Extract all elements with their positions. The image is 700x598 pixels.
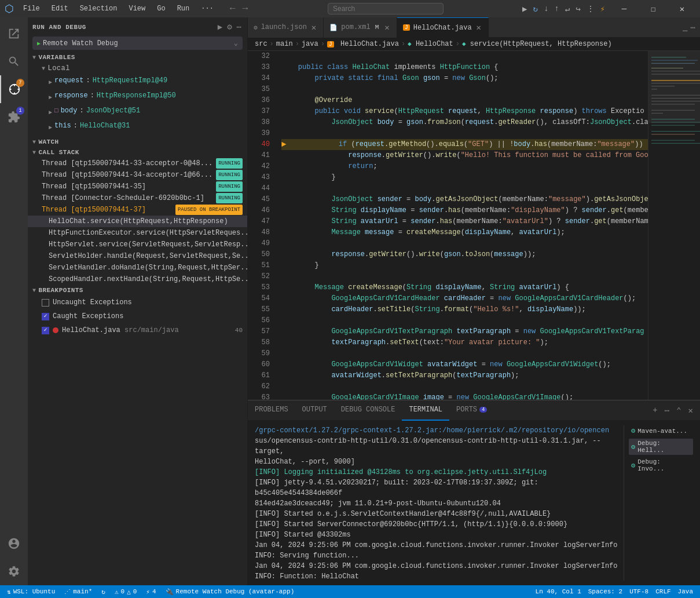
status-remote[interactable]: 🔌 Remote Watch Debug (avatar-app) (163, 588, 297, 596)
debug-hot-reload-btn[interactable]: ↪ (574, 3, 581, 15)
debug-continue-btn[interactable]: ▶ (521, 3, 528, 15)
bp-uncaught[interactable]: Uncaught Exceptions (28, 296, 247, 309)
local-header[interactable]: ▼ Local (28, 63, 247, 74)
menu-view[interactable]: View (124, 3, 150, 14)
tab-close-hellochat[interactable]: ✕ (475, 23, 482, 32)
var-this[interactable]: ► this : HelloChat@31 (28, 119, 247, 134)
stack-servlethandler[interactable]: ServletHandler.doHandle(String,Request,H… (28, 262, 247, 274)
var-body[interactable]: ► □ body : JsonObject@51 (28, 104, 247, 119)
code-scroll[interactable]: 32 33 34 35 36 37 38 39 40 41 42 43 44 4… (248, 51, 700, 400)
activity-account[interactable] (0, 530, 28, 557)
sidebar-scroll[interactable]: ▼ VARIABLES ▼ Local ► request : HttpRequ… (28, 52, 247, 585)
menu-edit[interactable]: Edit (47, 3, 73, 14)
nav-forward[interactable]: → (240, 2, 250, 15)
stack-thread-3[interactable]: Thread [qtp1500079441-35] RUNNING (28, 181, 247, 192)
stack-httpfunc[interactable]: HttpFunctionExecutor.service(HttpServlet… (28, 227, 247, 239)
stack-scopedhandler[interactable]: ScopedHandler.nextHandle(String,Request,… (28, 274, 247, 285)
status-language[interactable]: Java (676, 588, 695, 595)
debug-lightning-btn[interactable]: ⚡ (599, 3, 606, 15)
status-spaces[interactable]: Spaces: 2 (586, 588, 625, 595)
activity-debug[interactable]: 7 (0, 75, 28, 103)
status-encoding[interactable]: UTF-8 (627, 588, 651, 595)
status-eol[interactable]: CRLF (653, 588, 673, 595)
bc-main[interactable]: main (276, 40, 293, 48)
bp-uncaught-checkbox[interactable] (42, 299, 49, 307)
tab-split-btn[interactable]: ⎯ (683, 23, 687, 32)
nav-back[interactable]: ← (228, 2, 238, 15)
stack-thread-4[interactable]: Thread [Connector-Scheduler-6920b0bc-1] … (28, 192, 247, 204)
panel-more-btn[interactable]: ⋯ (662, 404, 672, 417)
stack-thread-5[interactable]: Thread [qtp1500079441-37] PAUSED ON BREA… (28, 204, 247, 216)
tab-hellochat-java[interactable]: J HelloChat.java ✕ (397, 17, 489, 38)
stack-hellochat-service[interactable]: HelloChat.service(HttpRequest,HttpRespon… (28, 216, 247, 227)
tab-close-launch[interactable]: ✕ (310, 23, 317, 32)
activity-search[interactable] (0, 48, 28, 75)
debug-step-over-btn[interactable]: ↓ (543, 3, 549, 14)
panel-tabs: PROBLEMS OUTPUT DEBUG CONSOLE TERMINAL P… (248, 400, 700, 421)
debug-settings-btn[interactable]: ⋮ (585, 3, 596, 15)
panel-maximize-btn[interactable]: ⌃ (674, 404, 683, 417)
stack-httpservlet[interactable]: HttpServlet.service(ServletRequest,Servl… (28, 239, 247, 250)
panel-tab-output[interactable]: OUTPUT (295, 400, 334, 421)
panel-tab-problems[interactable]: PROBLEMS (248, 400, 295, 421)
menu-selection[interactable]: Selection (75, 3, 122, 14)
window-maximize[interactable]: ☐ (640, 0, 666, 17)
status-debug-count[interactable]: ⚡ 4 (144, 588, 158, 596)
window-close[interactable]: ✕ (669, 0, 695, 17)
terminal-session-debug-hell[interactable]: ⚙ Debug: Hell... (629, 439, 693, 455)
debug-run-icon[interactable]: ▶ (217, 21, 223, 33)
panel-tab-debug-console[interactable]: DEBUG CONSOLE (334, 400, 402, 421)
status-errors[interactable]: ⚠ 0 △ 0 (112, 588, 139, 596)
menu-run[interactable]: Run (173, 3, 195, 14)
bp-hellochat-checkbox[interactable]: ✓ (42, 327, 49, 334)
window-minimize[interactable]: — (611, 0, 637, 17)
tab-debug-console-label: DEBUG CONSOLE (341, 406, 395, 414)
watch-header[interactable]: ▼ WATCH (28, 137, 247, 147)
status-sync[interactable]: ↻ (99, 588, 108, 596)
panel-close-btn[interactable]: ✕ (686, 404, 695, 417)
debug-step-into-btn[interactable]: ↑ (553, 3, 560, 14)
debug-settings-icon[interactable]: ⚙ (226, 21, 233, 33)
tab-pom-xml[interactable]: 📄 pom.xml M ✕ (324, 17, 397, 38)
bc-src[interactable]: src (255, 40, 267, 48)
tab-close-pom[interactable]: ✕ (383, 23, 390, 32)
bp-hellochat[interactable]: ✓ HelloChat.java src/main/java 40 (28, 323, 247, 337)
menu-go[interactable]: Go (152, 3, 170, 14)
bc-hellochat-file[interactable]: J HelloChat.java (327, 40, 399, 48)
bc-java[interactable]: java (302, 40, 318, 48)
debug-restart-btn[interactable]: ↻ (532, 3, 538, 15)
debug-more-icon[interactable]: ⋯ (236, 21, 243, 33)
activity-settings[interactable] (0, 557, 28, 585)
bp-caught[interactable]: ✓ Caught Exceptions (28, 309, 247, 323)
activity-explorer[interactable] (0, 20, 28, 48)
status-branch[interactable]: ⋰ main* (62, 588, 94, 596)
tab-more-btn[interactable]: ⋯ (691, 23, 695, 32)
callstack-header[interactable]: ▼ CALL STACK (28, 147, 247, 158)
menu-more[interactable]: ··· (196, 3, 218, 14)
tab-launch-json[interactable]: ⚙ launch.json ✕ (248, 17, 324, 38)
panel-tab-ports[interactable]: PORTS 4 (449, 400, 494, 421)
variables-header[interactable]: ▼ VARIABLES (28, 52, 247, 63)
code-editor[interactable]: public class HelloChat implements HttpFu… (277, 51, 648, 400)
menu-file[interactable]: File (19, 3, 45, 14)
breakpoints-header[interactable]: ▼ BREAKPOINTS (28, 285, 247, 296)
terminal-main[interactable]: /grpc-context/1.27.2/grpc-context-1.27.2… (255, 425, 619, 581)
panel-tab-terminal[interactable]: TERMINAL (402, 400, 449, 421)
var-response[interactable]: ► response : HttpResponseImpl@50 (28, 89, 247, 104)
debug-session-selector[interactable]: ▶ Remote Watch Debug ⌄ (32, 37, 243, 50)
search-input[interactable] (328, 3, 444, 14)
stack-thread-2[interactable]: Thread [qtp1500079441-34-acceptor-1@66..… (28, 169, 247, 181)
bc-hellochat-class[interactable]: ◆ HelloChat (408, 40, 453, 48)
stack-thread-1[interactable]: Thread [qtp1500079441-33-acceptor-0@48..… (28, 158, 247, 169)
panel-add-btn[interactable]: + (650, 404, 659, 416)
terminal-session-maven[interactable]: ⚙ Maven-avat... (629, 425, 693, 436)
terminal-session-debug-invo[interactable]: ⚙ Debug: Invo... (629, 457, 693, 473)
debug-step-out-btn[interactable]: ↵ (564, 3, 571, 15)
var-request[interactable]: ► request : HttpRequestImpl@49 (28, 74, 247, 89)
status-wsl[interactable]: ⇅ WSL: Ubuntu (5, 588, 57, 596)
bp-caught-checkbox[interactable]: ✓ (42, 313, 49, 320)
status-cursor[interactable]: Ln 40, Col 1 (533, 588, 584, 595)
stack-servletholder[interactable]: ServletHolder.handle(Request,ServletRequ… (28, 250, 247, 262)
activity-extensions[interactable]: 1 (0, 103, 28, 131)
bc-service-method[interactable]: ◆ service(HttpRequest, HttpResponse) (462, 40, 612, 48)
